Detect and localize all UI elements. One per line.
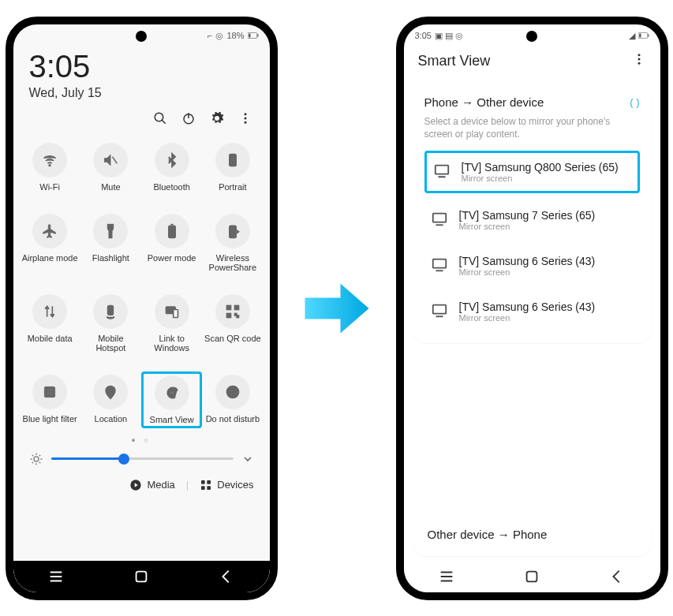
- qs-tile-label: Do not disturb: [206, 414, 260, 424]
- svg-point-29: [110, 389, 112, 391]
- qs-tile-mobile-hotspot[interactable]: Mobile Hotspot: [80, 291, 141, 356]
- blue-light-icon: B: [32, 375, 67, 409]
- svg-point-30: [170, 390, 174, 394]
- svg-line-41: [39, 454, 40, 456]
- mobile-hotspot-icon: [93, 294, 128, 329]
- chevron-down-icon[interactable]: [241, 453, 254, 465]
- phone-to-device-card: Phone → Other device ( ) Select a device…: [413, 83, 651, 344]
- qs-tile-smart-view[interactable]: Smart View: [141, 371, 202, 428]
- qs-tile-flashlight[interactable]: Flashlight: [80, 211, 141, 275]
- nav-back-icon[interactable]: [608, 568, 626, 585]
- svg-rect-61: [432, 214, 446, 222]
- svg-marker-52: [305, 283, 368, 333]
- nav-recent-icon[interactable]: [438, 568, 455, 585]
- svg-rect-14: [108, 224, 114, 228]
- svg-rect-18: [230, 226, 236, 237]
- qs-tile-label: Blue light filter: [23, 414, 77, 424]
- qs-tile-blue-light[interactable]: BBlue light filter: [20, 371, 80, 428]
- qs-tile-location[interactable]: Location: [80, 371, 141, 428]
- device-name: [TV] Samsung Q800 Series (65): [462, 161, 619, 174]
- qs-tile-mobile-data[interactable]: Mobile data: [20, 291, 80, 356]
- qs-tile-scan-qr[interactable]: Scan QR code: [202, 291, 263, 356]
- qs-tile-label: Location: [95, 414, 128, 424]
- svg-rect-22: [226, 305, 230, 309]
- svg-line-11: [113, 156, 118, 162]
- tv-icon: [431, 301, 448, 322]
- qs-tile-label: Smart View: [150, 415, 194, 424]
- tv-icon: [433, 162, 451, 182]
- qs-tile-label: Portrait: [219, 182, 246, 192]
- svg-point-57: [637, 58, 640, 60]
- mute-icon: [93, 143, 128, 177]
- svg-rect-1: [257, 34, 258, 37]
- svg-point-13: [232, 163, 234, 165]
- svg-rect-21: [173, 309, 178, 317]
- device-to-phone-card[interactable]: Other device → Phone: [413, 513, 651, 556]
- nav-back-icon[interactable]: [218, 568, 235, 585]
- svg-point-33: [34, 457, 39, 461]
- svg-point-3: [155, 113, 163, 121]
- device-item[interactable]: [TV] Samsung Q800 Series (65)Mirror scre…: [424, 151, 640, 193]
- qs-tile-bluetooth[interactable]: Bluetooth: [141, 140, 202, 195]
- svg-rect-19: [108, 305, 114, 315]
- svg-line-39: [39, 461, 40, 463]
- device-sub: Mirror screen: [459, 222, 596, 231]
- nav-home-icon[interactable]: [133, 568, 150, 585]
- more-icon[interactable]: [238, 111, 252, 129]
- location-icon: [93, 375, 128, 409]
- battery-text: 18%: [226, 31, 244, 40]
- svg-text:B: B: [47, 388, 53, 397]
- tv-icon: [431, 210, 448, 230]
- camera-notch: [136, 31, 147, 42]
- page-dots: ● ○: [13, 428, 270, 449]
- clock-block: 3:05 Wed, July 15: [13, 41, 270, 108]
- scan-qr-icon: [215, 294, 250, 329]
- device-name: [TV] Samsung 6 Series (43): [459, 255, 596, 267]
- device-sub: Mirror screen: [462, 174, 619, 183]
- power-icon[interactable]: [181, 111, 196, 129]
- qs-tile-power[interactable]: Power mode: [141, 211, 202, 275]
- card-title: Other device → Phone: [428, 528, 548, 541]
- brightness-track[interactable]: [51, 457, 234, 460]
- qs-tile-label: Link to Windows: [143, 334, 200, 353]
- status-icons-left: ▣ ▤ ◎: [435, 31, 463, 41]
- qs-tile-label: Mobile Hotspot: [82, 334, 140, 353]
- portrait-icon: [215, 143, 250, 177]
- qs-tile-wireless-powershare[interactable]: Wireless PowerShare: [202, 211, 263, 275]
- qs-tile-wifi[interactable]: Wi-Fi: [20, 140, 80, 195]
- tv-icon: [431, 256, 448, 276]
- device-name: [TV] Samsung 7 Series (65): [459, 209, 596, 222]
- clock-time: 3:05: [29, 49, 254, 84]
- qs-tile-label: Wireless PowerShare: [204, 253, 261, 272]
- nav-home-icon[interactable]: [523, 568, 540, 585]
- search-icon[interactable]: [153, 111, 167, 129]
- qs-footer: Media | Devices: [13, 474, 270, 499]
- device-item[interactable]: [TV] Samsung 7 Series (65)Mirror screen: [424, 201, 640, 239]
- svg-rect-2: [249, 34, 250, 38]
- media-button[interactable]: Media: [129, 479, 174, 491]
- qs-tile-portrait[interactable]: Portrait: [202, 140, 263, 195]
- phone-left-quick-settings: ⌐ ◎ 18% 3:05 Wed, July 15 Wi-FiMuteBluet…: [6, 17, 278, 600]
- svg-point-10: [49, 164, 50, 166]
- nav-recent-icon[interactable]: [47, 568, 65, 585]
- brightness-slider[interactable]: [13, 449, 270, 474]
- devices-button[interactable]: Devices: [200, 479, 253, 491]
- svg-point-56: [637, 54, 640, 56]
- qs-tile-airplane[interactable]: Airplane mode: [20, 211, 80, 275]
- svg-point-58: [637, 62, 640, 64]
- link-to-windows-icon: [155, 294, 189, 329]
- device-item[interactable]: [TV] Samsung 6 Series (43)Mirror screen: [424, 293, 640, 330]
- navigation-bar: [13, 561, 270, 592]
- device-item[interactable]: [TV] Samsung 6 Series (43)Mirror screen: [424, 247, 640, 285]
- more-icon[interactable]: [632, 52, 646, 70]
- qs-tile-dnd[interactable]: Do not disturb: [202, 371, 263, 428]
- signal-icon: ◢: [629, 31, 635, 41]
- svg-point-9: [244, 121, 246, 123]
- qs-tile-mute[interactable]: Mute: [80, 140, 141, 195]
- svg-rect-26: [237, 315, 239, 318]
- svg-rect-46: [201, 486, 205, 490]
- qs-tile-link-to-windows[interactable]: Link to Windows: [141, 291, 202, 356]
- qs-tile-label: Mute: [101, 182, 120, 192]
- svg-rect-44: [201, 480, 205, 484]
- gear-icon[interactable]: [210, 111, 224, 129]
